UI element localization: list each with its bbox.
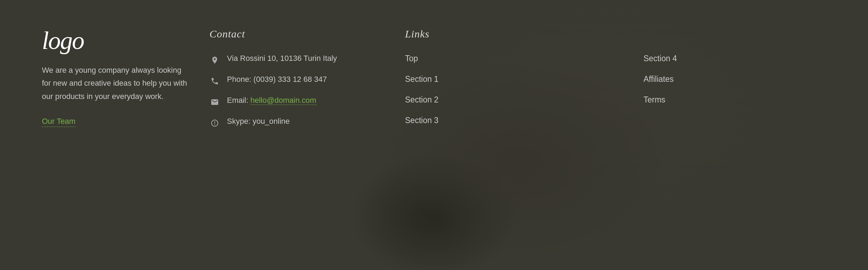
contact-skype-item: Skype: you_online: [209, 117, 384, 128]
link-top[interactable]: Top: [405, 54, 588, 63]
email-link[interactable]: hello@domain.com: [250, 96, 316, 105]
phone-text: Phone: (0039) 333 12 68 347: [227, 75, 327, 84]
contact-email-item: Email: hello@domain.com: [209, 96, 384, 107]
brand-description: We are a young company always looking fo…: [42, 64, 189, 103]
link-section3[interactable]: Section 3: [405, 116, 588, 125]
contact-column: Contact Via Rossini 10, 10136 Turin Ital…: [209, 28, 405, 138]
phone-icon: [209, 76, 220, 86]
contact-phone-item: Phone: (0039) 333 12 68 347: [209, 75, 384, 86]
link-terms[interactable]: Terms: [643, 95, 826, 105]
location-icon: [209, 55, 220, 65]
link-section4[interactable]: Section 4: [643, 54, 826, 63]
contact-address-item: Via Rossini 10, 10136 Turin Italy: [209, 54, 384, 65]
link-affiliates[interactable]: Affiliates: [643, 74, 826, 84]
links-section: Links Top Section 1 Section 2 Section 3 …: [405, 28, 826, 136]
skype-icon: [209, 118, 220, 128]
links-col-2: Section 4 Affiliates Terms: [643, 54, 826, 136]
brand-column: logo We are a young company always looki…: [42, 28, 209, 127]
links-heading: Links: [405, 28, 826, 40]
email-icon: [209, 97, 220, 107]
links-column: Links Top Section 1 Section 2 Section 3 …: [405, 28, 826, 136]
footer-content: logo We are a young company always looki…: [0, 0, 868, 270]
skype-text: Skype: you_online: [227, 117, 290, 126]
contact-heading: Contact: [209, 28, 384, 40]
links-col-1: Top Section 1 Section 2 Section 3: [405, 54, 588, 136]
link-section1[interactable]: Section 1: [405, 74, 588, 84]
logo: logo: [42, 28, 189, 53]
links-columns-wrapper: Top Section 1 Section 2 Section 3 Sectio…: [405, 54, 826, 136]
link-section2[interactable]: Section 2: [405, 95, 588, 105]
email-text: Email: hello@domain.com: [227, 96, 316, 105]
address-text: Via Rossini 10, 10136 Turin Italy: [227, 54, 337, 63]
our-team-link[interactable]: Our Team: [42, 117, 75, 127]
